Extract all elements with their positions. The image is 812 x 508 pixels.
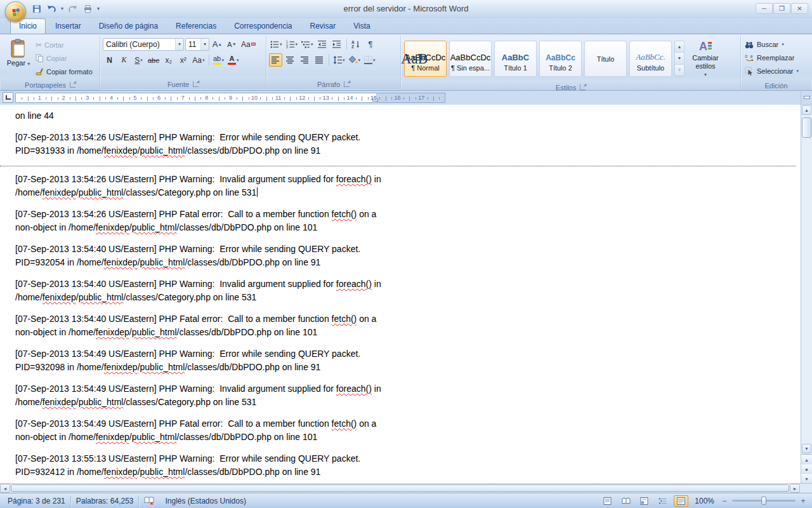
vertical-scroll-thumb[interactable] xyxy=(802,117,811,138)
shrink-font-button[interactable]: A▼ xyxy=(225,37,239,51)
save-button[interactable] xyxy=(30,3,43,15)
line-spacing-icon xyxy=(333,56,342,64)
scroll-up-button[interactable]: ▲ xyxy=(802,105,811,115)
ruler-right-margin xyxy=(376,93,445,102)
show-paragraph-marks-button[interactable]: ¶ xyxy=(364,37,377,51)
multilevel-list-button[interactable]: ▾ xyxy=(300,37,315,51)
customize-qat-button[interactable]: ▾ xyxy=(96,6,101,11)
undo-button[interactable] xyxy=(45,3,58,15)
spell-check-indicator[interactable]: × xyxy=(139,495,160,507)
vertical-scroll-track[interactable] xyxy=(802,116,811,443)
highlight-color-button[interactable]: ab▾ xyxy=(212,53,226,67)
bold-button[interactable]: N xyxy=(103,53,116,67)
font-size-combo[interactable]: 11▾ xyxy=(185,38,209,51)
paragraph-dialog-launcher[interactable] xyxy=(344,81,350,87)
next-page-button[interactable]: ▼ xyxy=(801,474,812,483)
web-layout-view-button[interactable] xyxy=(637,495,652,507)
ruler-tick xyxy=(338,97,339,101)
tab-vista[interactable]: Vista xyxy=(345,19,378,34)
tab-revisar[interactable]: Revisar xyxy=(302,19,344,34)
chevron-down-icon[interactable]: ▾ xyxy=(175,39,183,50)
italic-button[interactable]: K xyxy=(117,53,131,67)
numbering-button[interactable]: 1.2.3.▾ xyxy=(285,37,299,51)
select-button[interactable]: Seleccionar▾ xyxy=(745,65,808,77)
ruler-tick xyxy=(195,97,195,101)
decrease-indent-button[interactable] xyxy=(316,37,329,51)
misspelled-word: fenixdep xyxy=(96,222,129,232)
format-painter-button[interactable]: Copiar formato xyxy=(34,65,95,77)
print-layout-view-button[interactable] xyxy=(600,495,615,507)
font-dialog-launcher[interactable] xyxy=(193,81,199,87)
full-screen-reading-view-button[interactable] xyxy=(619,495,633,507)
document-canvas[interactable]: on line 44[07-Sep-2013 13:54:26 US/Easte… xyxy=(0,105,801,483)
language-indicator[interactable]: Inglés (Estados Unidos) xyxy=(160,495,251,507)
text-line: /home/fenixdep/public_html/classes/Categ… xyxy=(15,396,796,409)
chevron-down-icon[interactable]: ▾ xyxy=(200,39,209,50)
clipboard-dialog-launcher[interactable] xyxy=(70,82,75,88)
grow-font-button[interactable]: A▲ xyxy=(211,37,224,51)
borders-button[interactable]: ▾ xyxy=(363,53,377,67)
ruler-tick xyxy=(153,97,154,100)
ruler-tick xyxy=(249,97,249,100)
align-center-button[interactable] xyxy=(284,53,297,67)
word-count-indicator[interactable]: Palabras: 64,253 xyxy=(71,495,139,507)
office-logo-icon xyxy=(11,8,20,17)
cut-button[interactable]: ✂ Cortar xyxy=(34,39,95,51)
font-name-combo[interactable]: Calibri (Cuerpo)▾ xyxy=(103,38,184,51)
font-color-button[interactable]: A▾ xyxy=(226,53,240,67)
tab-correspondencia[interactable]: Correspondencia xyxy=(226,19,300,34)
styles-dialog-launcher[interactable] xyxy=(580,84,586,90)
line-spacing-button[interactable]: ▾ xyxy=(332,53,346,67)
underline-button[interactable]: S▾ xyxy=(132,53,145,67)
copy-button[interactable]: Copiar xyxy=(34,52,95,64)
replace-button[interactable]: ba Reemplazar xyxy=(745,52,808,64)
style-titulo[interactable]: AaBTítulo xyxy=(584,41,627,77)
select-browse-object-button[interactable]: ● xyxy=(801,464,812,474)
clear-formatting-button[interactable]: Aa xyxy=(240,37,257,51)
scroll-down-button[interactable]: ▼ xyxy=(802,444,811,453)
ruler-number: 4 xyxy=(110,95,113,101)
align-right-button[interactable] xyxy=(298,53,311,67)
restore-button[interactable]: ❐ xyxy=(773,3,790,14)
zoom-slider[interactable] xyxy=(732,500,796,502)
zoom-out-button[interactable]: − xyxy=(721,497,728,505)
minimize-button[interactable]: ─ xyxy=(756,3,773,14)
office-button[interactable] xyxy=(5,1,26,22)
strikethrough-button[interactable]: abe xyxy=(147,53,160,67)
tab-insertar[interactable]: Insertar xyxy=(47,19,89,34)
paragraph: [07-Sep-2013 13:54:49 US/Eastern] PHP Fa… xyxy=(15,417,796,444)
undo-dropdown[interactable]: ▾ xyxy=(60,6,65,11)
previous-page-button[interactable]: ▲ xyxy=(801,455,812,464)
tab-referencias[interactable]: Referencias xyxy=(167,19,225,34)
find-button[interactable]: Buscar▾ xyxy=(745,39,808,50)
change-case-button[interactable]: Aa▾ xyxy=(191,53,206,67)
ruler-toggle-button[interactable] xyxy=(801,91,812,105)
scroll-left-button[interactable]: ◄ xyxy=(0,484,10,493)
bullets-button[interactable]: ▾ xyxy=(269,37,284,51)
ruler-track: 1234567891011121314151617 xyxy=(15,93,445,103)
justify-button[interactable] xyxy=(313,53,326,67)
page-number-indicator[interactable]: Página: 3 de 231 xyxy=(3,495,70,507)
sort-button[interactable]: AZ xyxy=(350,37,363,51)
subscript-button[interactable]: x₂ xyxy=(162,53,175,67)
paste-button[interactable]: Pegar ▾ xyxy=(3,37,34,77)
tab-selector[interactable] xyxy=(3,92,13,103)
tab-diseno-de-pagina[interactable]: Diseño de página xyxy=(91,19,166,34)
redo-button[interactable] xyxy=(67,3,79,15)
ruler-tick xyxy=(213,97,213,100)
superscript-button[interactable]: x² xyxy=(176,53,190,67)
outline-view-button[interactable] xyxy=(655,495,670,507)
zoom-level-indicator[interactable]: 100% xyxy=(692,495,717,507)
close-button[interactable]: ✕ xyxy=(791,3,808,14)
zoom-in-button[interactable]: + xyxy=(799,497,807,505)
quick-print-button[interactable] xyxy=(81,3,94,15)
scroll-right-button[interactable]: ► xyxy=(790,484,800,493)
align-left-button[interactable] xyxy=(269,53,282,67)
ruler-tick xyxy=(34,97,34,100)
misspelled-word: fenixdep xyxy=(43,187,76,197)
increase-indent-button[interactable] xyxy=(331,37,344,51)
shading-button[interactable]: ▾ xyxy=(348,53,362,67)
draft-view-button[interactable] xyxy=(674,495,688,507)
zoom-slider-thumb[interactable] xyxy=(761,497,766,505)
horizontal-scroll-thumb[interactable] xyxy=(11,485,789,492)
